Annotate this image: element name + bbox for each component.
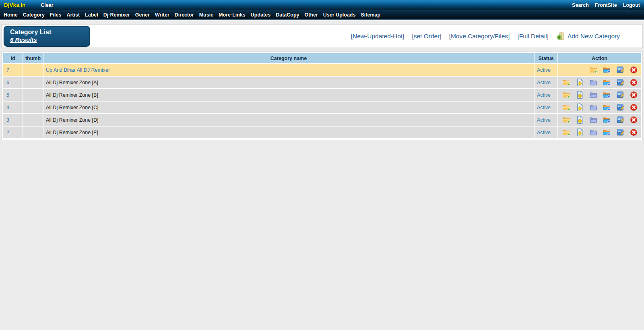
file-add-icon[interactable]	[576, 91, 584, 99]
row-id-link[interactable]: 2	[3, 127, 23, 138]
row-id-link[interactable]: 5	[3, 89, 23, 101]
nav-item-user-uploads[interactable]: User Uploads	[323, 12, 356, 18]
nav-item-home[interactable]: Home	[4, 12, 18, 18]
folder-open-icon[interactable]	[589, 91, 598, 99]
logout-link[interactable]: Logout	[623, 2, 640, 8]
folder-new-icon[interactable]	[603, 78, 611, 87]
nav-item-sitemap[interactable]: Sitemap	[361, 12, 380, 18]
content-area: Category List 6 Results [New-Updated-Hot…	[0, 20, 644, 140]
delete-icon[interactable]	[630, 128, 638, 137]
file-add-icon[interactable]	[576, 128, 584, 137]
file-add-icon[interactable]	[576, 103, 584, 112]
nav-item-category[interactable]: Category	[23, 12, 45, 18]
file-add-icon[interactable]	[576, 78, 584, 87]
full-detail-link[interactable]: [Full Detail]	[517, 33, 549, 40]
delete-icon[interactable]	[630, 66, 638, 74]
status-badge[interactable]: Active	[535, 77, 557, 88]
folder-new-icon[interactable]	[603, 128, 611, 137]
category-name[interactable]: All Dj Remixer Zone [C]	[43, 102, 534, 113]
new-updated-hot-link[interactable]: [New-Updated-Hot]	[351, 33, 405, 40]
nav-item-artist[interactable]: Artist	[66, 12, 80, 18]
delete-icon[interactable]	[630, 103, 638, 112]
delete-icon[interactable]	[630, 78, 638, 87]
brand-logo[interactable]: DjVks.In	[4, 2, 25, 8]
folder-new-icon[interactable]	[603, 66, 611, 74]
delete-icon[interactable]	[630, 116, 638, 124]
status-badge[interactable]: Active	[535, 89, 557, 101]
col-header-id: Id	[3, 53, 23, 63]
search-link[interactable]: Search	[572, 2, 589, 8]
folder-open-icon[interactable]	[589, 116, 598, 124]
clear-link[interactable]: Clear	[41, 2, 53, 8]
category-name[interactable]: All Dj Remixer Zone [D]	[43, 114, 534, 126]
file-add-icon[interactable]	[576, 116, 584, 124]
table-row: 3 All Dj Remixer Zone [D] Active	[3, 114, 641, 126]
delete-icon[interactable]	[630, 91, 638, 99]
status-badge[interactable]: Active	[535, 64, 557, 76]
row-id-link[interactable]: 6	[3, 77, 23, 88]
edit-icon[interactable]	[616, 78, 625, 87]
nav-item-dj-remixer[interactable]: Dj-Remixer	[103, 12, 130, 18]
category-name-link[interactable]: Up And Bihar All DJ Remixer	[43, 64, 534, 76]
folder-new-icon[interactable]	[603, 91, 611, 99]
status-badge[interactable]: Active	[535, 102, 557, 113]
row-actions	[558, 114, 641, 126]
folder-add-icon[interactable]	[562, 103, 571, 112]
edit-icon[interactable]	[616, 116, 625, 124]
status-badge[interactable]: Active	[535, 114, 557, 126]
nav-item-director[interactable]: Director	[175, 12, 194, 18]
nav-item-label[interactable]: Label	[85, 12, 98, 18]
nav-item-music[interactable]: Music	[199, 12, 213, 18]
folder-add-icon[interactable]	[562, 91, 571, 99]
table-row: 5 All Dj Remixer Zone [B] Active	[3, 89, 641, 101]
row-actions	[558, 77, 641, 88]
nav-item-updates[interactable]: Updates	[251, 12, 270, 18]
move-category-files-link[interactable]: [Move Category/Files]	[449, 33, 510, 40]
col-header-status: Status	[535, 53, 557, 63]
add-new-category-label: Add New Category	[568, 33, 620, 40]
folder-add-icon[interactable]	[562, 78, 571, 87]
edit-icon[interactable]	[616, 91, 625, 99]
table-row: 7 Up And Bihar All DJ Remixer Active	[3, 64, 641, 76]
row-thumb	[23, 102, 43, 113]
main-nav: Home Category Files Artist Label Dj-Remi…	[0, 10, 644, 20]
nav-item-other[interactable]: Other	[305, 12, 318, 18]
folder-open-icon[interactable]	[589, 78, 598, 87]
nav-item-more-links[interactable]: More-Links	[219, 12, 246, 18]
folder-add-icon[interactable]	[589, 66, 598, 74]
folder-new-icon[interactable]	[603, 103, 611, 112]
row-id-link[interactable]: 7	[3, 64, 23, 76]
nav-item-datacopy[interactable]: DataCopy	[276, 12, 299, 18]
row-id-link[interactable]: 3	[3, 114, 23, 126]
row-actions	[558, 102, 641, 113]
nav-item-writer[interactable]: Writer	[155, 12, 169, 18]
folder-open-icon[interactable]	[589, 128, 598, 137]
frontsite-link[interactable]: FrontSite	[595, 2, 617, 8]
category-name[interactable]: All Dj Remixer Zone [A]	[43, 77, 534, 88]
set-order-link[interactable]: [set Order]	[412, 33, 441, 40]
category-table: Id thumb Category name Status Action 7 U…	[2, 52, 642, 139]
folder-add-icon[interactable]	[562, 128, 571, 137]
row-id-link[interactable]: 4	[3, 102, 23, 113]
folder-open-icon[interactable]	[589, 103, 598, 112]
nav-item-files[interactable]: Files	[50, 12, 62, 18]
edit-icon[interactable]	[616, 66, 625, 74]
edit-icon[interactable]	[616, 128, 625, 137]
category-name[interactable]: All Dj Remixer Zone [E]	[43, 127, 534, 138]
folder-add-icon[interactable]	[562, 116, 571, 124]
nav-item-gener[interactable]: Gener	[135, 12, 150, 18]
results-count-link[interactable]: 6 Results	[10, 36, 37, 43]
page-header-strip: Category List 6 Results [New-Updated-Hot…	[1, 24, 643, 48]
add-new-category-button[interactable]: Add New Category	[556, 32, 620, 41]
folder-plus-icon	[556, 32, 565, 41]
edit-icon[interactable]	[616, 103, 625, 112]
topbar-right-links: Search FrontSite Logout	[572, 2, 640, 8]
table-row: 4 All Dj Remixer Zone [C] Active	[3, 102, 641, 113]
row-thumb	[23, 64, 43, 76]
row-thumb	[23, 77, 43, 88]
table-row: 2 All Dj Remixer Zone [E] Active	[3, 127, 641, 138]
folder-new-icon[interactable]	[603, 116, 611, 124]
category-table-panel: Id thumb Category name Status Action 7 U…	[1, 51, 643, 140]
status-badge[interactable]: Active	[535, 127, 557, 138]
category-name[interactable]: All Dj Remixer Zone [B]	[43, 89, 534, 101]
